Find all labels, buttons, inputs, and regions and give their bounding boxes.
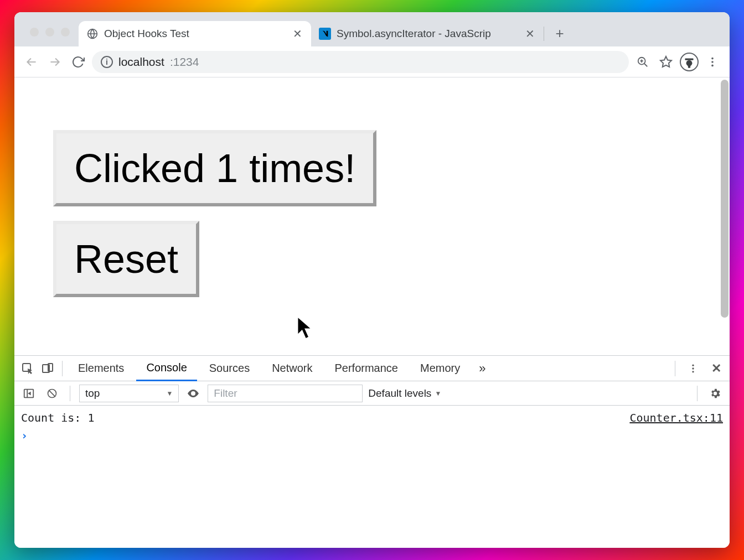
window-minimize-dot[interactable] (45, 28, 54, 37)
devtools-tab-sources[interactable]: Sources (199, 356, 260, 380)
context-selector[interactable]: top ▼ (79, 385, 179, 402)
new-tab-button[interactable]: + (549, 22, 571, 44)
inspect-element-icon[interactable] (19, 360, 37, 377)
globe-icon (86, 28, 99, 40)
close-icon[interactable]: ✕ (524, 27, 536, 40)
url-port: :1234 (170, 55, 199, 69)
tab-separator (544, 27, 544, 41)
tab-title: Symbol.asyncIterator - JavaScrip (337, 28, 519, 40)
log-source-link[interactable]: Counter.tsx:11 (629, 411, 723, 424)
kebab-menu-icon[interactable] (703, 53, 722, 71)
vertical-scrollbar[interactable] (721, 80, 728, 318)
zoom-icon[interactable] (633, 53, 652, 71)
log-levels-label: Default levels (368, 387, 431, 400)
console-prompt[interactable]: › (21, 427, 723, 444)
svg-rect-3 (685, 58, 693, 60)
tab-title: Object Hooks Test (104, 28, 286, 40)
reload-icon[interactable] (69, 53, 87, 71)
console-log-row: Count is: 1 Counter.tsx:11 (21, 409, 723, 427)
mdn-icon (319, 28, 331, 40)
site-info-icon[interactable]: i (101, 56, 113, 68)
svg-point-14 (692, 371, 694, 372)
close-icon[interactable]: ✕ (292, 27, 303, 40)
browser-tab-active[interactable]: Object Hooks Test ✕ (79, 21, 311, 46)
browser-window: Object Hooks Test ✕ Symbol.asyncIterator… (14, 12, 730, 548)
bookmark-star-icon[interactable] (657, 53, 675, 71)
svg-point-6 (711, 57, 714, 59)
devtools-tabs-overflow[interactable]: » (474, 361, 490, 376)
svg-point-8 (711, 64, 714, 66)
devtools-tab-performance[interactable]: Performance (325, 356, 409, 380)
browser-tab[interactable]: Symbol.asyncIterator - JavaScrip ✕ (311, 21, 544, 46)
clear-console-icon[interactable] (43, 385, 61, 402)
separator (675, 361, 675, 376)
svg-point-4 (686, 60, 693, 66)
svg-point-12 (692, 364, 694, 366)
devtools-tab-console[interactable]: Console (136, 356, 197, 381)
console-output: Count is: 1 Counter.tsx:11 › (14, 406, 730, 548)
close-icon[interactable]: ✕ (707, 360, 725, 377)
log-levels-selector[interactable]: Default levels ▼ (368, 387, 441, 400)
filter-placeholder: Filter (214, 387, 237, 399)
clicked-counter-button[interactable]: Clicked 1 times! (53, 130, 376, 206)
reset-button[interactable]: Reset (53, 221, 199, 297)
svg-point-17 (192, 392, 194, 395)
separator (70, 386, 70, 401)
settings-gear-icon[interactable] (706, 385, 724, 402)
console-filter-input[interactable]: Filter (208, 385, 363, 402)
separator (697, 386, 698, 401)
kebab-menu-icon[interactable] (684, 360, 702, 377)
svg-marker-2 (660, 56, 671, 67)
profile-avatar-icon[interactable] (680, 53, 699, 71)
url-host: localhost (118, 55, 164, 69)
back-icon[interactable] (22, 53, 41, 71)
prompt-chevron-icon: › (21, 429, 28, 442)
window-maximize-dot[interactable] (61, 28, 70, 37)
forward-icon[interactable] (45, 53, 64, 71)
browser-toolbar: i localhost:1234 (14, 46, 730, 77)
device-toolbar-icon[interactable] (39, 360, 56, 377)
page-viewport: Clicked 1 times! Reset (14, 77, 730, 355)
devtools-tab-memory[interactable]: Memory (410, 356, 470, 380)
svg-point-7 (711, 61, 714, 63)
log-message: Count is: 1 (21, 411, 94, 424)
tab-strip: Object Hooks Test ✕ Symbol.asyncIterator… (14, 12, 730, 46)
address-bar[interactable]: i localhost:1234 (92, 51, 629, 73)
console-sidebar-toggle-icon[interactable] (20, 385, 38, 402)
devtools-tab-elements[interactable]: Elements (68, 356, 134, 380)
devtools-panel: Elements Console Sources Network Perform… (14, 355, 730, 548)
console-toolbar: top ▼ Filter Default levels ▼ (14, 381, 730, 406)
chevron-down-icon: ▼ (166, 390, 173, 397)
svg-rect-5 (688, 65, 690, 68)
separator (62, 361, 63, 376)
context-selector-value: top (85, 387, 100, 400)
devtools-tabbar: Elements Console Sources Network Perform… (14, 356, 730, 381)
page-content: Clicked 1 times! Reset (14, 77, 730, 350)
devtools-tab-network[interactable]: Network (262, 356, 322, 380)
window-close-dot[interactable] (30, 28, 39, 37)
svg-point-13 (692, 367, 694, 369)
chevron-down-icon: ▼ (435, 390, 441, 397)
live-expression-icon[interactable] (184, 385, 202, 402)
window-controls (30, 28, 70, 37)
